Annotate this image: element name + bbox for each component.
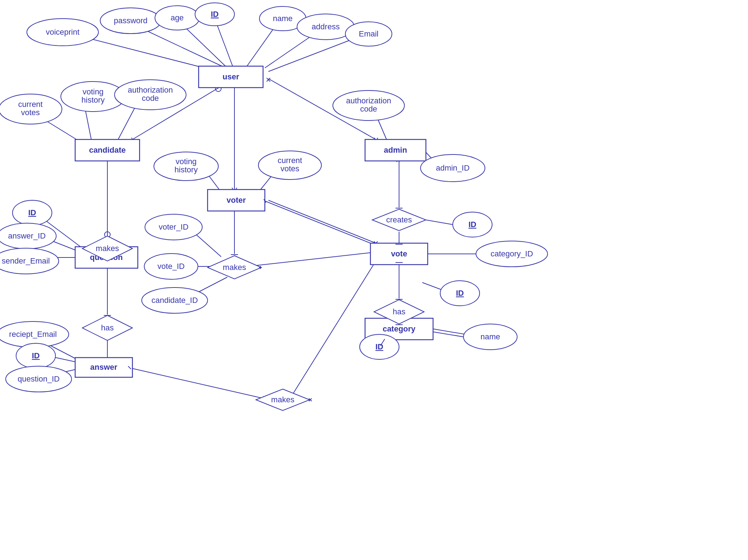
svg-text:votes: votes [21, 108, 40, 117]
attr-question-id2-label: question_ID [18, 374, 59, 383]
attr-voter-id-label: voter_ID [159, 222, 188, 231]
rel-creates-label: creates [386, 215, 412, 224]
svg-line-68 [268, 200, 376, 243]
svg-line-6 [268, 36, 361, 72]
attr-answer-id2-label: ID [32, 351, 40, 360]
attr-creates-id-label: ID [468, 220, 476, 229]
entity-admin-label: admin [384, 146, 407, 154]
attr-voting-history-cand-label: voting [83, 87, 104, 96]
attr-auth-code-cand-label: authorization [128, 85, 173, 94]
attr-current-votes-voter-label: current [278, 156, 302, 165]
attr-address-label: address [312, 22, 340, 31]
attr-answer-id-label: answer_ID [8, 231, 45, 240]
attr-password-label: password [114, 16, 147, 25]
attr-sender-email-label: sender_Email [2, 256, 50, 265]
svg-line-40 [127, 367, 265, 399]
attr-name-label: name [273, 14, 292, 23]
svg-line-71 [290, 261, 376, 399]
rel-has-right-label: has [393, 307, 405, 316]
svg-text:votes: votes [281, 164, 300, 173]
attr-current-votes-cand-label: current [18, 100, 43, 109]
entity-candidate-label: candidate [89, 146, 126, 154]
svg-line-91 [433, 332, 463, 337]
attr-candidate-id-label: candidate_ID [151, 296, 198, 305]
attr-admin-id-label: admin_ID [436, 163, 470, 172]
svg-text:code: code [142, 94, 159, 103]
svg-text:history: history [82, 95, 105, 104]
rel-makes-left-label: makes [96, 244, 119, 253]
attr-email-label: Email [359, 29, 378, 38]
svg-line-48 [248, 252, 376, 266]
entity-voter-label: voter [227, 196, 246, 205]
rel-makes-center-label: makes [223, 263, 246, 272]
svg-line-0 [79, 36, 218, 72]
attr-category-id-label: category_ID [491, 249, 533, 258]
entity-user-label: user [223, 72, 239, 81]
svg-line-87 [426, 220, 453, 225]
rel-makes-bottom-label: makes [271, 395, 295, 404]
entity-category-label: category [383, 324, 416, 333]
attr-vote-id-label: vote_ID [157, 262, 185, 271]
attr-user-id-label: ID [211, 10, 219, 19]
er-diagram: user candidate voter admin question answ… [0, 0, 748, 560]
rel-has-left-label: has [101, 323, 113, 332]
attr-question-id-label: ID [28, 208, 36, 217]
attr-reciept-email-label: reciept_Email [9, 330, 57, 339]
svg-text:history: history [175, 165, 198, 174]
svg-text:code: code [360, 104, 377, 113]
svg-line-21 [118, 105, 136, 139]
attr-auth-code-admin-label: authorization [346, 96, 391, 105]
attr-vote-id2-label: ID [456, 289, 464, 298]
entity-answer-label: answer [90, 363, 117, 372]
svg-line-47 [196, 277, 227, 293]
attr-category-name-label: name [480, 332, 500, 341]
entity-vote-label: vote [391, 249, 407, 258]
attr-voting-history-voter-label: voting [176, 157, 197, 166]
attr-age-label: age [171, 13, 184, 22]
attr-voiceprint-label: voiceprint [46, 28, 79, 36]
svg-line-88 [265, 201, 370, 243]
